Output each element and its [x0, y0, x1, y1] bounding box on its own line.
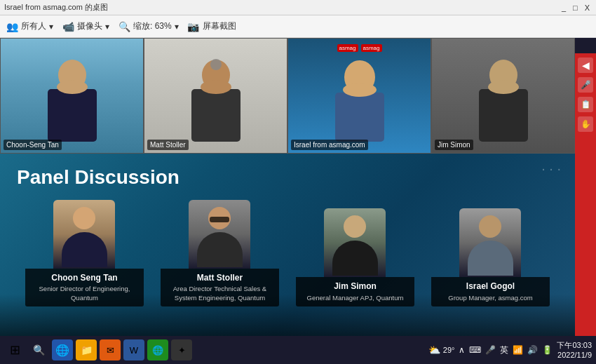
- side-arrow-btn[interactable]: ◀: [578, 58, 593, 73]
- panelist-title-2: Area Director Technical Sales & System E…: [163, 285, 277, 302]
- taskbar-tray: ⛅ 29° ∧ ⌨ 🎤 英 📶 🔊 🔋 下午03:03 2022/11/9: [428, 340, 592, 360]
- panelists-container: Choon Seng Tan Senior Director of Engine…: [17, 200, 558, 306]
- panelist-name-3: Jim Simon: [299, 281, 412, 291]
- zoom-button[interactable]: 🔍 缩放: 63% ▾: [118, 20, 179, 33]
- audience-button[interactable]: 👥 所有人 ▾: [6, 20, 53, 33]
- lang-indicator: 英: [500, 344, 508, 356]
- side-mic-btn[interactable]: 🎤: [578, 77, 593, 93]
- clock: 下午03:03 2022/11/9: [557, 340, 592, 360]
- video-feed-2: Matt Stoller: [144, 38, 287, 154]
- minimize-button[interactable]: _: [560, 4, 568, 12]
- svg-rect-5: [191, 89, 241, 142]
- panelist-info-4: Israel Gogol Group Manager, asmag.com: [431, 277, 550, 306]
- video-name-2: Matt Stoller: [147, 140, 189, 150]
- svg-point-2: [57, 80, 88, 94]
- panelist-1: Choon Seng Tan Senior Director of Engine…: [25, 200, 144, 306]
- battery-icon: 🔋: [542, 345, 553, 355]
- toolbar: 👥 所有人 ▾ 📹 摄像头 ▾ 🔍 缩放: 63% ▾ 📷 屏幕截图: [0, 15, 596, 38]
- window-controls: _ □ X: [560, 4, 592, 12]
- svg-rect-8: [335, 93, 384, 142]
- title-bar: Israel from asmag.com 的桌图 _ □ X: [0, 0, 596, 15]
- keyboard-icon: ⌨: [469, 345, 481, 355]
- slide-panel: · · · Panel Discussion Choon Seng Tan Se…: [0, 154, 575, 336]
- zoom-icon: 🔍: [118, 20, 130, 33]
- panelist-info-3: Jim Simon General Manager APJ, Quantum: [296, 277, 415, 306]
- video-name-3: Israel from asmag.com: [291, 140, 368, 150]
- weather-widget: ⛅ 29°: [428, 344, 455, 356]
- screenshot-button[interactable]: 📷 屏幕截图: [187, 20, 236, 33]
- taskbar-apps: ⊞ 🔍 🌐 📁 ✉ W 🌐 ✦: [4, 339, 192, 360]
- chevron-down-icon-3: ▾: [175, 22, 179, 32]
- maximize-button[interactable]: □: [571, 4, 580, 12]
- chrome-icon[interactable]: 🌐: [147, 339, 168, 360]
- svg-rect-1: [48, 89, 97, 142]
- panelist-2: Matt Stoller Area Director Technical Sal…: [161, 200, 280, 306]
- explorer-icon[interactable]: 📁: [76, 339, 97, 360]
- weather-icon: ⛅: [428, 344, 440, 356]
- svg-point-4: [210, 59, 222, 70]
- window-title: Israel from asmag.com 的桌图: [4, 2, 108, 13]
- panelist-title-1: Senior Director of Engineering, Quantum: [28, 285, 142, 302]
- panelist-info-2: Matt Stoller Area Director Technical Sal…: [161, 269, 280, 306]
- taskbar: ⊞ 🔍 🌐 📁 ✉ W 🌐 ✦ ⛅ 29° ∧ ⌨ 🎤 英 📶 🔊 🔋 下午03…: [0, 336, 596, 364]
- close-button[interactable]: X: [583, 4, 592, 12]
- chevron-down-icon: ▾: [49, 22, 53, 32]
- video-name-1: Choon-Seng Tan: [4, 140, 62, 150]
- side-hand-btn[interactable]: ✋: [578, 116, 593, 132]
- tray-up-icon[interactable]: ∧: [459, 345, 465, 355]
- video-feed-3: asmag asmag Israel from asmag.com: [287, 38, 431, 154]
- start-button[interactable]: ⊞: [4, 339, 25, 360]
- panelist-title-3: General Manager APJ, Quantum: [299, 294, 412, 302]
- audience-icon: 👥: [6, 20, 18, 33]
- svg-point-12: [488, 80, 519, 94]
- date-display: 2022/11/9: [557, 350, 592, 360]
- wifi-icon: 📶: [513, 345, 523, 355]
- system-tray: ∧ ⌨ 🎤 英 📶 🔊 🔋: [459, 344, 553, 356]
- panelist-photo-1: [53, 200, 115, 269]
- search-icon[interactable]: 🔍: [28, 339, 49, 360]
- side-controls-panel: ◀ 🎤 📋 ✋: [575, 53, 596, 364]
- app-icon-6[interactable]: ✦: [171, 339, 192, 360]
- panelist-name-1: Choon Seng Tan: [28, 273, 142, 283]
- video-name-4: Jim Simon: [435, 140, 473, 150]
- app-icon-4[interactable]: W: [123, 339, 144, 360]
- panelist-name-2: Matt Stoller: [163, 273, 277, 283]
- panelist-photo-2: [189, 200, 250, 269]
- panelist-4: Israel Gogol Group Manager, asmag.com: [431, 208, 550, 306]
- panelist-name-4: Israel Gogol: [434, 281, 548, 291]
- camera-button[interactable]: 📹 摄像头 ▾: [62, 20, 109, 33]
- panelist-3: Jim Simon General Manager APJ, Quantum: [296, 208, 415, 306]
- screenshot-label: 屏幕截图: [203, 20, 236, 32]
- camera-label: 摄像头: [77, 20, 102, 32]
- mic-tray-icon: 🎤: [485, 345, 496, 355]
- edge-icon[interactable]: 🌐: [52, 339, 73, 360]
- video-grid: Choon-Seng Tan Matt Stoller: [0, 38, 575, 154]
- camera-icon: 📹: [62, 20, 74, 33]
- panelist-info-1: Choon Seng Tan Senior Director of Engine…: [25, 269, 144, 306]
- outlook-icon[interactable]: ✉: [100, 339, 121, 360]
- video-feed-1: Choon-Seng Tan: [0, 38, 144, 154]
- svg-rect-11: [479, 89, 528, 142]
- side-video-btn[interactable]: 📋: [578, 97, 593, 112]
- chevron-down-icon-2: ▾: [105, 22, 109, 32]
- temperature: 29°: [443, 346, 455, 354]
- time-display: 下午03:03: [557, 340, 592, 350]
- svg-point-6: [201, 80, 231, 94]
- screenshot-icon: 📷: [187, 20, 200, 33]
- video-feed-4: Jim Simon: [431, 38, 575, 154]
- audience-label: 所有人: [21, 20, 46, 32]
- svg-point-9: [343, 83, 377, 97]
- panelist-photo-4: [459, 208, 521, 277]
- slide-title: Panel Discussion: [17, 166, 558, 189]
- panelist-title-4: Group Manager, asmag.com: [434, 294, 548, 302]
- panelist-photo-3: [324, 208, 386, 277]
- volume-icon: 🔊: [527, 345, 538, 355]
- zoom-label: 缩放: 63%: [133, 20, 172, 32]
